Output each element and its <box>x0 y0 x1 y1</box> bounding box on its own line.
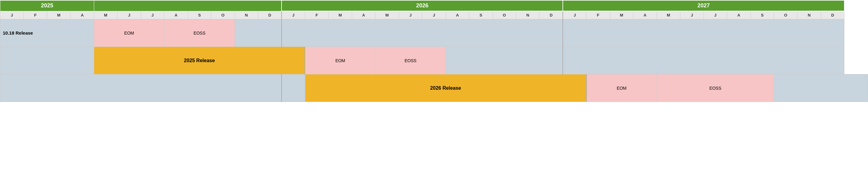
month-m1: M <box>47 11 70 19</box>
cell-empty-r3-end <box>774 74 868 102</box>
year-2026-header: 2026 <box>282 0 563 11</box>
release-2025-eom: EOM <box>305 47 375 74</box>
month-s2: S <box>469 11 493 19</box>
cell-empty-r1-1 <box>235 19 282 47</box>
month-o3: O <box>774 11 797 19</box>
month-d2: D <box>539 11 563 19</box>
table-row: 2025 Release EOM EOSS <box>0 47 868 74</box>
month-a6: A <box>727 11 750 19</box>
month-o2: O <box>493 11 516 19</box>
calendar-container: 2025 2026 2027 J F M A M J J A S O N D <box>0 0 868 102</box>
month-a3: A <box>352 11 375 19</box>
release-2025-eoss: EOSS <box>375 47 446 74</box>
month-a2: A <box>164 11 188 19</box>
month-o1: O <box>211 11 235 19</box>
release-1018-eoss: EOSS <box>164 19 235 47</box>
month-m4: M <box>375 11 399 19</box>
cell-empty-r2-2027 <box>563 47 844 74</box>
month-j9: J <box>704 11 727 19</box>
cell-empty-r1-2026 <box>282 19 563 47</box>
release-2025-label: 2025 Release <box>94 47 305 74</box>
release-1018-label: 10.18 Release <box>0 19 94 47</box>
month-n2: N <box>516 11 539 19</box>
year-2025-header: 2025 <box>0 0 94 11</box>
month-j8: J <box>680 11 704 19</box>
month-n1: N <box>235 11 258 19</box>
cell-empty-r3-2026-j <box>282 74 305 102</box>
month-a4: A <box>446 11 469 19</box>
month-d3: D <box>821 11 844 19</box>
release-2026-eoss: EOSS <box>657 74 774 102</box>
month-j6: J <box>422 11 446 19</box>
month-f2: F <box>305 11 328 19</box>
cell-empty-r3-2025 <box>0 74 282 102</box>
month-f3: F <box>586 11 610 19</box>
release-2026-label: 2026 Release <box>305 74 586 102</box>
month-n3: N <box>798 11 821 19</box>
year-2027-header: 2027 <box>563 0 844 11</box>
cell-empty-r1-2027 <box>563 19 844 47</box>
year-2025-header-b <box>94 0 282 11</box>
month-m2: M <box>94 11 117 19</box>
table-row: 2026 Release EOM EOSS <box>0 74 868 102</box>
release-2026-eom: EOM <box>586 74 657 102</box>
month-j3: J <box>141 11 164 19</box>
month-a5: A <box>633 11 657 19</box>
month-d1: D <box>258 11 281 19</box>
cell-empty-r2-2026end <box>446 47 563 74</box>
cell-empty-r2-start <box>0 47 94 74</box>
month-m5: M <box>610 11 633 19</box>
month-f1: F <box>24 11 47 19</box>
table-row: 10.18 Release EOM EOSS <box>0 19 868 47</box>
month-s3: S <box>750 11 774 19</box>
release-1018-eom: EOM <box>94 19 164 47</box>
month-j4: J <box>282 11 305 19</box>
month-m3: M <box>329 11 352 19</box>
month-j7: J <box>563 11 586 19</box>
month-a1: A <box>70 11 94 19</box>
month-m6: M <box>657 11 680 19</box>
month-j1: J <box>0 11 24 19</box>
month-j5: J <box>399 11 422 19</box>
month-j2: J <box>118 11 141 19</box>
month-s1: S <box>188 11 211 19</box>
